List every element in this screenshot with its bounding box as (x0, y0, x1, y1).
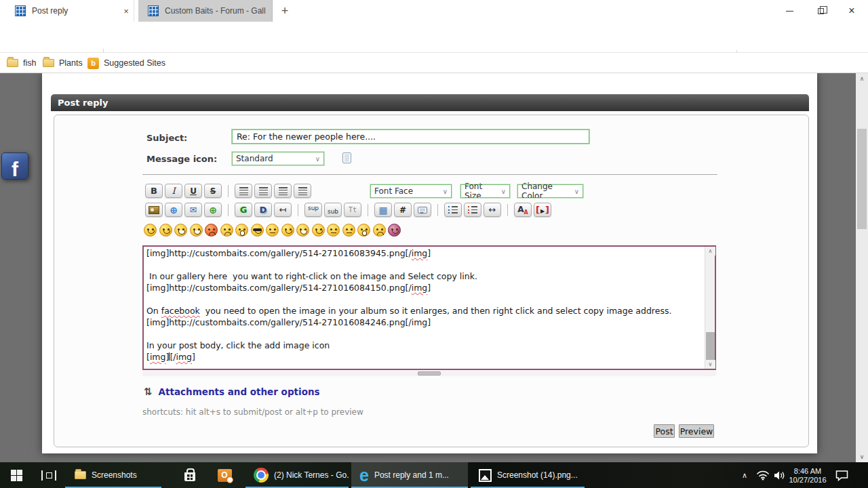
insert-image-button[interactable] (145, 203, 163, 217)
angry-smiley[interactable] (205, 224, 218, 237)
kiss-smiley[interactable] (357, 224, 370, 237)
windows-taskbar: Screenshots O (2) Nick Ternes - Go... e … (0, 462, 868, 488)
align-right-icon (298, 187, 307, 195)
roll-eyes-smiley[interactable] (281, 224, 294, 237)
taskbar-screenshots-folder[interactable]: Screenshots (65, 462, 161, 488)
scrollbar-thumb[interactable] (706, 332, 715, 363)
message-icon-select[interactable]: Standard ∨ (232, 152, 324, 165)
toolbar-divider (437, 204, 438, 216)
embarrassed-smiley[interactable] (312, 224, 325, 237)
lips-sealed-smiley[interactable] (327, 224, 340, 237)
superscript-button[interactable]: sup (304, 203, 322, 217)
taskbar-label: Screenshots (92, 470, 137, 480)
teletype-button[interactable]: Tt (344, 203, 361, 217)
attachments-link[interactable]: Attachments and other options (159, 386, 320, 397)
align-center-icon (279, 187, 288, 195)
undecided-smiley[interactable] (342, 224, 355, 237)
new-tab-button[interactable]: + (275, 0, 294, 22)
favorite-fish[interactable]: fish (7, 53, 36, 73)
marquee-button[interactable]: ↤ (274, 203, 292, 217)
glow-icon: G (240, 205, 248, 215)
align-center-button[interactable] (274, 184, 292, 198)
numbered-list-button[interactable] (464, 203, 481, 217)
underline-button[interactable]: U (184, 184, 202, 198)
strikethrough-icon: S (210, 186, 216, 196)
preview-button[interactable]: Preview (679, 424, 714, 438)
tongue-smiley[interactable] (296, 224, 309, 237)
scroll-up-icon[interactable]: ∧ (705, 247, 715, 256)
cool-smiley[interactable] (251, 224, 264, 237)
task-view-button[interactable] (33, 462, 65, 488)
taskbar-chrome-app[interactable]: (2) Nick Ternes - Go... (245, 462, 349, 488)
action-center-button[interactable] (830, 462, 853, 488)
insert-quote-button[interactable] (414, 203, 431, 217)
shocked-smiley[interactable] (235, 224, 248, 237)
insert-hyperlink-button[interactable]: ⊕ (165, 203, 182, 217)
selected-option: Font Face (374, 186, 413, 196)
insert-ftp-button[interactable]: ⊕ (204, 203, 222, 217)
tab-custom-baits-forum[interactable]: Custom Baits - Forum - Gall (138, 0, 273, 22)
font-face-select[interactable]: Font Face ∨ (370, 184, 452, 198)
scroll-down-icon[interactable]: ∨ (856, 451, 868, 462)
smiley-smiley[interactable] (144, 224, 157, 237)
glow-button[interactable]: G (235, 203, 252, 217)
align-right-button[interactable] (294, 184, 311, 198)
resize-handle[interactable] (418, 371, 441, 375)
horizontal-rule-button[interactable]: ↔ (484, 203, 501, 217)
editor-scrollbar[interactable]: ∧ ∨ (705, 247, 715, 369)
change-color-select[interactable]: Change Color ∨ (517, 184, 583, 198)
cry-smiley[interactable] (373, 224, 386, 237)
editor-line: [img]http://custombaits.com/gallery/514-… (146, 317, 703, 328)
bulleted-list-icon (448, 206, 458, 214)
editor-text: [img]http://custombaits.com/gallery/514-… (146, 248, 412, 258)
tab-close-icon[interactable]: × (119, 6, 134, 16)
align-left-button[interactable] (254, 184, 272, 198)
subject-input[interactable] (232, 129, 589, 144)
preformatted-text-icon (239, 187, 248, 195)
huh-smiley[interactable] (266, 224, 279, 237)
speaker-icon (773, 470, 787, 481)
window-close-button[interactable]: × (837, 0, 867, 22)
scroll-down-icon[interactable]: ∨ (705, 360, 715, 369)
taskbar-store-button[interactable] (174, 462, 206, 488)
bold-button[interactable]: B (145, 184, 163, 198)
page-scrollbar[interactable]: ∧ ∨ (856, 73, 868, 462)
grin-smiley[interactable] (190, 224, 203, 237)
favorite-plants[interactable]: Plants (43, 53, 83, 73)
wink-smiley[interactable] (159, 224, 172, 237)
scroll-up-icon[interactable]: ∧ (856, 73, 868, 84)
taskbar-photos-app[interactable]: Screenshot (14).png... (471, 462, 585, 488)
taskbar-outlook-button[interactable]: O (208, 462, 241, 488)
post-button[interactable]: Post (654, 424, 675, 438)
tab-post-reply[interactable]: Post reply × (5, 0, 134, 22)
bold-icon: B (151, 186, 157, 196)
shadow-button[interactable]: D (254, 203, 272, 217)
subscript-button[interactable]: sub (324, 203, 342, 217)
italic-button[interactable]: I (165, 184, 182, 198)
taskbar-edge-app[interactable]: e Post reply and 1 m... (351, 462, 468, 488)
favorite-suggested-sites[interactable]: b Suggested Sites (87, 53, 165, 73)
window-minimize-button[interactable] (774, 0, 804, 22)
tray-wifi-button[interactable] (754, 462, 772, 488)
insert-email-button[interactable]: ✉ (184, 203, 202, 217)
remove-formatting-button[interactable]: ▶ (534, 203, 551, 217)
font-size-select[interactable]: Font Size ∨ (460, 184, 510, 198)
insert-code-button[interactable]: # (394, 203, 412, 217)
font-resize-button[interactable]: A (514, 203, 532, 217)
evil-smiley[interactable] (388, 224, 401, 237)
sad-smiley[interactable] (220, 224, 233, 237)
message-body-editor[interactable]: [img]http://custombaits.com/gallery/514-… (142, 245, 716, 370)
tray-clock[interactable]: 8:46 AM 10/27/2016 (788, 462, 827, 488)
window-restore-button[interactable] (806, 0, 835, 22)
cheesy-smiley[interactable] (174, 224, 187, 237)
editor-text: img (176, 352, 192, 362)
strikethrough-button[interactable]: S (204, 184, 222, 198)
start-button[interactable] (0, 462, 33, 488)
tray-show-hidden-icons[interactable]: ∧ (736, 462, 753, 488)
facebook-share-badge[interactable]: f (1, 152, 28, 180)
preformatted-text-button[interactable] (235, 184, 252, 198)
tray-volume-button[interactable] (772, 462, 788, 488)
scrollbar-thumb[interactable] (857, 129, 867, 229)
bulleted-list-button[interactable] (444, 203, 462, 217)
insert-table-button[interactable]: ▦ (374, 203, 392, 217)
